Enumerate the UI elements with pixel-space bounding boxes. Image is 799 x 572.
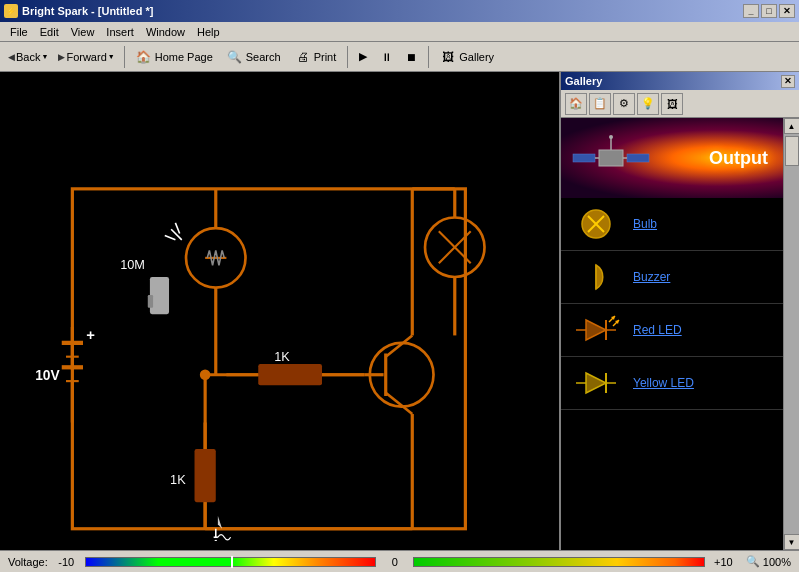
home-icon: 🏠 xyxy=(136,49,152,65)
search-button[interactable]: 🔍 Search xyxy=(221,45,287,69)
voltage-bar-track-right xyxy=(413,557,705,567)
gallery-content: Output Bulb xyxy=(561,118,799,550)
svg-rect-19 xyxy=(148,295,153,308)
svg-text:10V: 10V xyxy=(35,368,60,383)
svg-rect-48 xyxy=(599,150,623,166)
back-arrow-icon: ◀ xyxy=(8,52,15,62)
zoom-icon: 🔍 xyxy=(746,555,760,568)
gallery-close-button[interactable]: ✕ xyxy=(781,75,795,88)
yellow-led-icon xyxy=(571,363,621,403)
menu-view[interactable]: View xyxy=(65,24,101,40)
stop-button[interactable]: ⏹ xyxy=(400,45,423,69)
gallery-label: Gallery xyxy=(459,51,494,63)
svg-text:1K: 1K xyxy=(274,349,290,364)
home-button[interactable]: 🏠 Home Page xyxy=(130,45,219,69)
gallery-header-satellite xyxy=(571,128,651,188)
menu-window[interactable]: Window xyxy=(140,24,191,40)
gallery-header-image: Output xyxy=(561,118,783,198)
scroll-thumb[interactable] xyxy=(785,136,799,166)
svg-line-14 xyxy=(175,223,179,234)
svg-point-54 xyxy=(609,135,613,139)
voltage-bar-container: Voltage: -10 0 +10 xyxy=(8,556,736,568)
minimize-button[interactable]: _ xyxy=(743,4,759,18)
scroll-up-button[interactable]: ▲ xyxy=(784,118,800,134)
gallery-item-yellow-led[interactable]: Yellow LED xyxy=(561,357,783,410)
svg-rect-49 xyxy=(573,154,595,162)
forward-label: Forward xyxy=(66,51,106,63)
title-bar-left: ⚡ Bright Spark - [Untitled *] xyxy=(4,4,153,18)
gallery-output-button[interactable]: 💡 xyxy=(637,93,659,115)
forward-dropdown-icon: ▼ xyxy=(108,53,115,60)
play-button[interactable]: ▶ xyxy=(353,45,373,69)
gallery-item-red-led[interactable]: Red LED xyxy=(561,304,783,357)
voltage-label: Voltage: xyxy=(8,556,48,568)
main-area: + 10V 10M xyxy=(0,72,799,550)
close-button[interactable]: ✕ xyxy=(779,4,795,18)
scroll-down-button[interactable]: ▼ xyxy=(784,534,800,550)
svg-text:1K: 1K xyxy=(170,472,186,487)
svg-marker-47 xyxy=(218,516,222,529)
voltage-indicator xyxy=(231,556,233,568)
gallery-list-button[interactable]: 📋 xyxy=(589,93,611,115)
pause-icon: ⏸ xyxy=(381,51,392,63)
gallery-components-button[interactable]: ⚙ xyxy=(613,93,635,115)
red-led-label: Red LED xyxy=(633,323,682,337)
search-label: Search xyxy=(246,51,281,63)
gallery-scrollable: Output Bulb xyxy=(561,118,783,550)
search-icon: 🔍 xyxy=(227,49,243,65)
gallery-item-buzzer[interactable]: Buzzer xyxy=(561,251,783,304)
gallery-title-bar: Gallery ✕ xyxy=(561,72,799,90)
back-dropdown-icon: ▼ xyxy=(41,53,48,60)
buzzer-label: Buzzer xyxy=(633,270,670,284)
scroll-track[interactable] xyxy=(784,134,799,534)
gallery-title: Gallery xyxy=(565,75,602,87)
app-icon: ⚡ xyxy=(4,4,18,18)
stop-icon: ⏹ xyxy=(406,51,417,63)
separator-3 xyxy=(428,46,429,68)
svg-marker-67 xyxy=(586,373,606,393)
gallery-item-bulb[interactable]: Bulb xyxy=(561,198,783,251)
maximize-button[interactable]: □ xyxy=(761,4,777,18)
bulb-icon xyxy=(571,204,621,244)
print-label: Print xyxy=(314,51,337,63)
svg-marker-59 xyxy=(586,320,606,340)
red-led-icon xyxy=(571,310,621,350)
voltage-bar xyxy=(85,557,377,567)
menu-bar: File Edit View Insert Window Help xyxy=(0,22,799,42)
zoom-label: 100% xyxy=(763,556,791,568)
zero-voltage-label: 0 xyxy=(382,556,407,568)
gallery-button[interactable]: 🖼 Gallery xyxy=(434,45,500,69)
pause-button[interactable]: ⏸ xyxy=(375,45,398,69)
menu-help[interactable]: Help xyxy=(191,24,226,40)
separator-1 xyxy=(124,46,125,68)
gallery-home-button[interactable]: 🏠 xyxy=(565,93,587,115)
menu-file[interactable]: File xyxy=(4,24,34,40)
play-icon: ▶ xyxy=(359,50,367,63)
min-voltage-label: -10 xyxy=(54,556,79,568)
circuit-canvas[interactable]: + 10V 10M xyxy=(0,72,559,550)
menu-insert[interactable]: Insert xyxy=(100,24,140,40)
menu-edit[interactable]: Edit xyxy=(34,24,65,40)
max-voltage-label: +10 xyxy=(711,556,736,568)
svg-rect-50 xyxy=(627,154,649,162)
title-bar: ⚡ Bright Spark - [Untitled *] _ □ ✕ xyxy=(0,0,799,22)
svg-rect-23 xyxy=(258,364,322,385)
gallery-scrollbar: ▲ ▼ xyxy=(783,118,799,550)
status-bar: Voltage: -10 0 +10 🔍 100% xyxy=(0,550,799,572)
print-button[interactable]: 🖨 Print xyxy=(289,45,343,69)
forward-button[interactable]: ▶ Forward ▼ xyxy=(54,45,118,69)
gallery-image-button[interactable]: 🖼 xyxy=(661,93,683,115)
window-title: Bright Spark - [Untitled *] xyxy=(22,5,153,17)
gallery-header-text: Output xyxy=(709,148,768,169)
separator-2 xyxy=(347,46,348,68)
title-bar-buttons[interactable]: _ □ ✕ xyxy=(743,4,795,18)
home-label: Home Page xyxy=(155,51,213,63)
yellow-led-label: Yellow LED xyxy=(633,376,694,390)
voltage-bar-right xyxy=(413,557,705,567)
forward-arrow-icon: ▶ xyxy=(58,52,65,62)
gallery-icon: 🖼 xyxy=(440,49,456,65)
svg-line-15 xyxy=(165,236,176,240)
zoom-display: 🔍 100% xyxy=(746,555,791,568)
back-button[interactable]: ◀ Back ▼ xyxy=(4,45,52,69)
toolbar: ◀ Back ▼ ▶ Forward ▼ 🏠 Home Page 🔍 Searc… xyxy=(0,42,799,72)
